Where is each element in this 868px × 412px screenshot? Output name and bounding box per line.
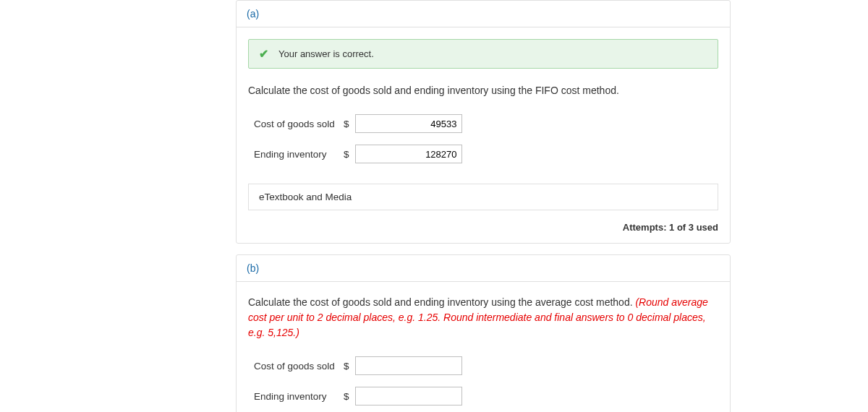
dollar-sign: $: [344, 119, 349, 129]
etextbook-link-a[interactable]: eTextbook and Media: [248, 184, 718, 210]
cogs-input-b[interactable]: [355, 356, 462, 375]
ending-row-b: Ending inventory $: [237, 384, 730, 408]
cogs-row-a: Cost of goods sold $: [237, 111, 730, 136]
part-a-instruction: Calculate the cost of goods sold and end…: [237, 79, 730, 111]
attempts-a: Attempts: 1 of 3 used: [237, 218, 730, 243]
ending-label-b: Ending inventory: [254, 391, 338, 402]
ending-input-a[interactable]: [355, 145, 462, 163]
part-b-instruction: Calculate the cost of goods sold and end…: [237, 282, 730, 353]
ending-row-a: Ending inventory $: [237, 142, 730, 166]
part-b-card: (b) Calculate the cost of goods sold and…: [236, 254, 731, 412]
check-icon: ✔: [259, 47, 268, 61]
cogs-label-a: Cost of goods sold: [254, 119, 338, 129]
part-a-header[interactable]: (a): [237, 1, 730, 27]
part-b-header[interactable]: (b): [237, 255, 730, 282]
ending-input-b[interactable]: [355, 387, 462, 405]
instruction-main: Calculate the cost of goods sold and end…: [248, 296, 635, 308]
correct-banner: ✔ Your answer is correct.: [248, 39, 718, 69]
correct-message: Your answer is correct.: [278, 48, 374, 59]
dollar-sign: $: [344, 149, 349, 160]
cogs-row-b: Cost of goods sold $: [237, 353, 730, 378]
dollar-sign: $: [344, 361, 349, 372]
part-a-card: (a) ✔ Your answer is correct. Calculate …: [236, 0, 731, 244]
cogs-input-a[interactable]: [355, 114, 462, 133]
dollar-sign: $: [344, 391, 349, 402]
ending-label-a: Ending inventory: [254, 149, 338, 160]
cogs-label-b: Cost of goods sold: [254, 361, 338, 372]
